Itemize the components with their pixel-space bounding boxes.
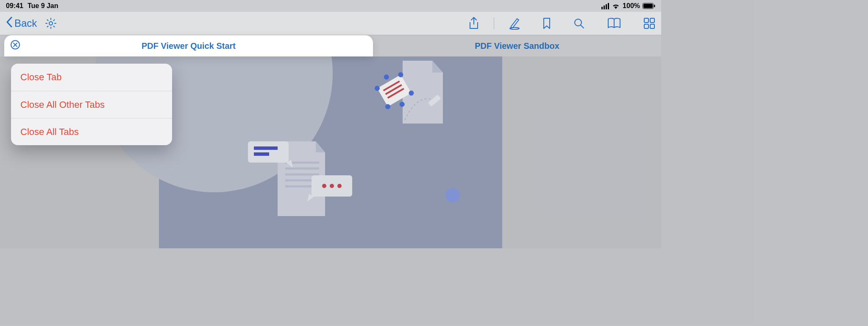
annotate-button[interactable] [509, 17, 520, 30]
status-bar: 09:41 Tue 9 Jan 100% [0, 0, 661, 12]
document-page [159, 56, 502, 248]
tab-inactive-label: PDF Viewer Sandbox [475, 41, 559, 51]
svg-rect-8 [644, 24, 648, 28]
svg-point-3 [49, 22, 53, 25]
cellular-icon [601, 3, 609, 9]
toolbar-separator [494, 17, 494, 29]
gear-icon [45, 17, 57, 30]
svg-rect-7 [650, 18, 654, 22]
tab-inactive[interactable]: PDF Viewer Sandbox [373, 35, 661, 56]
menu-close-tab[interactable]: Close Tab [11, 64, 172, 91]
search-button[interactable] [573, 17, 585, 29]
svg-rect-9 [650, 24, 654, 28]
settings-button[interactable] [45, 17, 57, 30]
toolbar: Back [0, 12, 661, 35]
svg-rect-6 [644, 18, 648, 22]
close-circle-icon [10, 40, 20, 50]
menu-close-other-tabs[interactable]: Close All Other Tabs [11, 91, 172, 118]
share-button[interactable] [468, 17, 479, 30]
svg-rect-1 [643, 4, 653, 8]
back-button[interactable]: Back [6, 17, 37, 30]
battery-pct: 100% [623, 2, 640, 10]
tab-close-button[interactable] [10, 40, 20, 52]
svg-point-4 [510, 28, 519, 29]
menu-close-all-tabs[interactable]: Close All Tabs [11, 118, 172, 145]
svg-rect-27 [248, 141, 289, 163]
share-icon [468, 17, 479, 30]
grid-icon [643, 17, 655, 29]
book-open-icon [607, 17, 621, 29]
svg-point-20 [383, 73, 390, 80]
bookmark-button[interactable] [542, 17, 551, 29]
svg-point-31 [322, 184, 326, 188]
illustration-document-annotate [362, 56, 447, 143]
search-icon [573, 17, 585, 29]
wifi-icon [612, 3, 620, 9]
svg-point-32 [330, 184, 334, 188]
tab-active[interactable]: PDF Viewer Quick Start [4, 35, 373, 56]
tab-strip: PDF Viewer Quick Start PDF Viewer Sandbo… [0, 35, 661, 56]
svg-rect-2 [654, 5, 655, 7]
status-date: Tue 9 Jan [28, 2, 58, 10]
battery-icon [643, 3, 655, 9]
thumbnails-button[interactable] [643, 17, 655, 29]
pen-icon [509, 17, 520, 30]
back-label: Back [14, 17, 37, 29]
illustration-document-comments [248, 133, 358, 228]
svg-point-33 [337, 184, 342, 188]
status-time: 09:41 [6, 2, 23, 10]
outline-button[interactable] [607, 17, 621, 29]
bookmark-icon [542, 17, 551, 29]
chevron-left-icon [6, 17, 13, 30]
tab-context-menu: Close Tab Close All Other Tabs Close All… [11, 64, 172, 145]
tab-active-label: PDF Viewer Quick Start [142, 41, 236, 51]
